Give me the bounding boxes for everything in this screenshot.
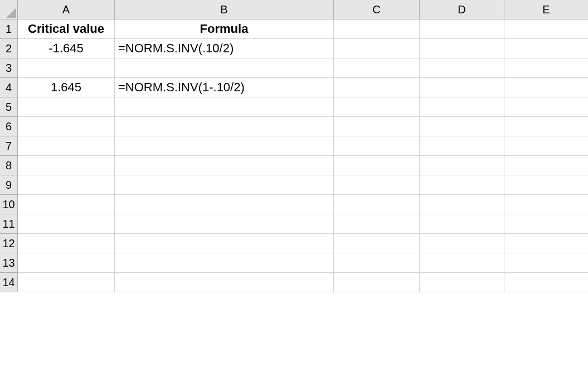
- cell-B10[interactable]: [115, 195, 334, 214]
- cell-E2[interactable]: [504, 39, 588, 58]
- cell-E9[interactable]: [504, 175, 588, 195]
- cell-D13[interactable]: [420, 253, 504, 273]
- cell-D8[interactable]: [420, 156, 504, 175]
- cell-D4[interactable]: [420, 78, 504, 97]
- row-header-11[interactable]: 11: [0, 214, 18, 234]
- cell-C8[interactable]: [334, 156, 420, 175]
- cell-A13[interactable]: [18, 253, 115, 273]
- cell-C14[interactable]: [334, 273, 420, 292]
- cell-A9[interactable]: [18, 175, 115, 195]
- cell-E4[interactable]: [504, 78, 588, 97]
- cell-C9[interactable]: [334, 175, 420, 195]
- select-all-corner[interactable]: [0, 0, 18, 19]
- row-header-8[interactable]: 8: [0, 156, 18, 175]
- row-header-2[interactable]: 2: [0, 39, 18, 58]
- cell-D7[interactable]: [420, 136, 504, 156]
- row-header-5[interactable]: 5: [0, 97, 18, 117]
- cell-B8[interactable]: [115, 156, 334, 175]
- svg-marker-0: [6, 8, 16, 18]
- cell-C4[interactable]: [334, 78, 420, 97]
- cell-D12[interactable]: [420, 234, 504, 253]
- row-header-9[interactable]: 9: [0, 175, 18, 195]
- row-header-6[interactable]: 6: [0, 117, 18, 136]
- cell-A7[interactable]: [18, 136, 115, 156]
- row-header-10[interactable]: 10: [0, 195, 18, 214]
- cell-A11[interactable]: [18, 214, 115, 234]
- col-header-E[interactable]: E: [504, 0, 588, 19]
- cell-D1[interactable]: [420, 19, 504, 39]
- cell-C10[interactable]: [334, 195, 420, 214]
- cell-B5[interactable]: [115, 97, 334, 117]
- cell-C6[interactable]: [334, 117, 420, 136]
- col-header-A[interactable]: A: [18, 0, 115, 19]
- cell-E10[interactable]: [504, 195, 588, 214]
- cell-A2[interactable]: -1.645: [18, 39, 115, 58]
- row-header-4[interactable]: 4: [0, 78, 18, 97]
- cell-B12[interactable]: [115, 234, 334, 253]
- cell-D3[interactable]: [420, 58, 504, 78]
- cell-E13[interactable]: [504, 253, 588, 273]
- cell-C11[interactable]: [334, 214, 420, 234]
- row-header-7[interactable]: 7: [0, 136, 18, 156]
- cell-E1[interactable]: [504, 19, 588, 39]
- cell-B6[interactable]: [115, 117, 334, 136]
- cell-C12[interactable]: [334, 234, 420, 253]
- cell-A14[interactable]: [18, 273, 115, 292]
- cell-B14[interactable]: [115, 273, 334, 292]
- select-all-triangle-icon: [6, 8, 16, 18]
- cell-A3[interactable]: [18, 58, 115, 78]
- row-header-1[interactable]: 1: [0, 19, 18, 39]
- cell-C13[interactable]: [334, 253, 420, 273]
- cell-D2[interactable]: [420, 39, 504, 58]
- cell-A12[interactable]: [18, 234, 115, 253]
- cell-B7[interactable]: [115, 136, 334, 156]
- row-header-14[interactable]: 14: [0, 273, 18, 292]
- cell-E11[interactable]: [504, 214, 588, 234]
- cell-C5[interactable]: [334, 97, 420, 117]
- cell-D6[interactable]: [420, 117, 504, 136]
- cell-B2[interactable]: =NORM.S.INV(.10/2): [115, 39, 334, 58]
- row-header-3[interactable]: 3: [0, 58, 18, 78]
- cell-E12[interactable]: [504, 234, 588, 253]
- cell-E8[interactable]: [504, 156, 588, 175]
- cell-B9[interactable]: [115, 175, 334, 195]
- col-header-B[interactable]: B: [115, 0, 334, 19]
- cell-A8[interactable]: [18, 156, 115, 175]
- cell-B11[interactable]: [115, 214, 334, 234]
- cell-C2[interactable]: [334, 39, 420, 58]
- cell-E7[interactable]: [504, 136, 588, 156]
- row-header-12[interactable]: 12: [0, 234, 18, 253]
- cell-E14[interactable]: [504, 273, 588, 292]
- cell-A6[interactable]: [18, 117, 115, 136]
- cell-D11[interactable]: [420, 214, 504, 234]
- cell-D9[interactable]: [420, 175, 504, 195]
- cell-A1[interactable]: Critical value: [18, 19, 115, 39]
- cell-C1[interactable]: [334, 19, 420, 39]
- row-header-13[interactable]: 13: [0, 253, 18, 273]
- col-header-C[interactable]: C: [334, 0, 420, 19]
- cell-D14[interactable]: [420, 273, 504, 292]
- cell-E6[interactable]: [504, 117, 588, 136]
- cell-E5[interactable]: [504, 97, 588, 117]
- col-header-D[interactable]: D: [420, 0, 504, 19]
- cell-B1[interactable]: Formula: [115, 19, 334, 39]
- cell-A4[interactable]: 1.645: [18, 78, 115, 97]
- cell-D10[interactable]: [420, 195, 504, 214]
- cell-B3[interactable]: [115, 58, 334, 78]
- cell-C7[interactable]: [334, 136, 420, 156]
- cell-A5[interactable]: [18, 97, 115, 117]
- cell-B4[interactable]: =NORM.S.INV(1-.10/2): [115, 78, 334, 97]
- cell-C3[interactable]: [334, 58, 420, 78]
- cell-B13[interactable]: [115, 253, 334, 273]
- cell-E3[interactable]: [504, 58, 588, 78]
- cell-A10[interactable]: [18, 195, 115, 214]
- cell-D5[interactable]: [420, 97, 504, 117]
- spreadsheet-grid: A B C D E 1 Critical value Formula 2 -1.…: [0, 0, 588, 292]
